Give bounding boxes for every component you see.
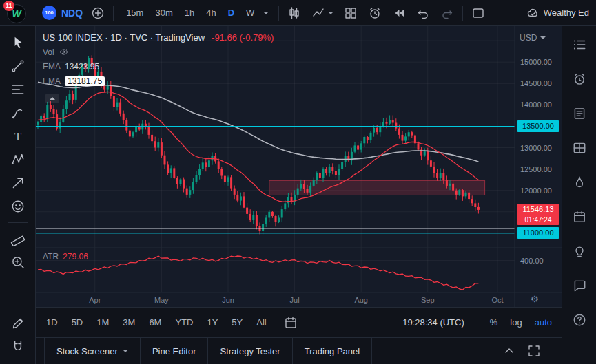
lightbulb-icon: [572, 244, 587, 259]
news-button[interactable]: [564, 96, 595, 131]
chart-column: AprMayJunJulAugSepOct15000.0014500.00140…: [36, 26, 562, 364]
interval-group: 15m 30m 1h 4h D W: [121, 5, 271, 21]
range-1y[interactable]: 1Y: [206, 316, 218, 329]
currency-selector[interactable]: USD: [520, 33, 546, 43]
price-change: -91.66 (-0.79%): [212, 32, 274, 43]
legend-collapse-button[interactable]: [45, 94, 59, 103]
cloud-save-status[interactable]: Wealthy Ed: [526, 6, 589, 20]
interval-1d[interactable]: D: [223, 5, 239, 21]
tab-trading-panel[interactable]: Trading Panel: [293, 338, 372, 364]
range-6m[interactable]: 6M: [148, 316, 162, 329]
public-chat-button[interactable]: [564, 268, 595, 303]
range-5y[interactable]: 5Y: [231, 316, 243, 329]
percent-scale-button[interactable]: %: [490, 317, 498, 328]
svg-text:Oct: Oct: [491, 296, 503, 304]
data-window-button[interactable]: [564, 131, 595, 165]
multichart-layout-button[interactable]: [342, 4, 360, 22]
tool-measure[interactable]: [5, 227, 31, 250]
create-alert-button[interactable]: [366, 4, 384, 22]
tool-cursor[interactable]: [5, 31, 31, 54]
help-button[interactable]: [564, 303, 595, 337]
chart-type-dropdown[interactable]: [309, 4, 336, 22]
user-menu[interactable]: W 11: [7, 3, 28, 23]
panel-collapse-chevron-icon[interactable]: [502, 344, 516, 358]
interval-1w[interactable]: W: [241, 5, 259, 21]
interval-dropdown[interactable]: [261, 10, 271, 17]
chevron-down-icon: [540, 36, 546, 39]
range-ytd[interactable]: YTD: [174, 316, 194, 329]
bar-replay-button[interactable]: [390, 4, 408, 22]
svg-text:Jun: Jun: [222, 296, 234, 304]
tab-label: Trading Panel: [305, 346, 360, 356]
svg-text:13000.00: 13000.00: [520, 144, 552, 152]
ideas-button[interactable]: [564, 234, 595, 268]
magnet-icon: [10, 339, 25, 354]
tab-label: Stock Screener: [56, 346, 118, 356]
utc-clock[interactable]: 19:28:34 (UTC): [402, 317, 464, 328]
separator: [278, 6, 279, 21]
chevron-down-icon: [263, 12, 269, 14]
separator: [8, 222, 28, 223]
svg-text:Aug: Aug: [354, 296, 368, 304]
interval-15m[interactable]: 15m: [121, 5, 148, 21]
svg-text:400.00: 400.00: [520, 257, 544, 265]
range-1d[interactable]: 1D: [45, 316, 59, 329]
notification-badge: 11: [3, 1, 14, 11]
chart-title[interactable]: US 100 INDEX · 1D · TVC · TradingView: [43, 32, 205, 43]
axis-settings-gear-icon[interactable]: ⚙: [531, 294, 539, 304]
go-to-date-button[interactable]: [284, 316, 298, 330]
svg-text:14000.00: 14000.00: [520, 100, 552, 109]
tool-trend-line[interactable]: [5, 54, 31, 78]
undo-button[interactable]: [414, 4, 432, 22]
range-5d[interactable]: 5D: [71, 316, 84, 329]
fullscreen-icon[interactable]: [527, 344, 541, 358]
compare-add-button[interactable]: [89, 4, 107, 22]
tool-zoom-in[interactable]: [5, 250, 31, 274]
right-sidebar: [562, 26, 596, 364]
tool-magnet[interactable]: [5, 335, 31, 358]
tool-draw[interactable]: [5, 312, 31, 335]
support-price-tag: 11000.00: [517, 227, 559, 239]
chevron-down-icon: [123, 350, 128, 352]
range-1m[interactable]: 1M: [96, 316, 110, 329]
alerts-button[interactable]: [564, 62, 595, 96]
range-all[interactable]: All: [256, 316, 267, 329]
tool-text[interactable]: T: [5, 125, 31, 148]
tool-xabcd-pattern[interactable]: [5, 148, 31, 171]
avatar-letter: W: [12, 8, 21, 19]
atr-label[interactable]: ATR: [43, 252, 59, 261]
tab-label: Pine Editor: [152, 346, 196, 356]
tab-strategy-tester[interactable]: Strategy Tester: [208, 338, 292, 364]
pencil-icon: [10, 316, 25, 331]
interval-30m[interactable]: 30m: [150, 5, 177, 21]
ruler-icon: [10, 231, 25, 246]
interval-1h[interactable]: 1h: [180, 5, 199, 21]
ema1-label[interactable]: EMA: [43, 62, 61, 72]
eye-hidden-icon[interactable]: [59, 47, 69, 56]
replay-icon: [392, 6, 406, 20]
volume-label[interactable]: Vol: [43, 47, 54, 57]
calendar-button[interactable]: [564, 200, 595, 234]
redo-button[interactable]: [438, 4, 456, 22]
symbol-search-button[interactable]: 100 NDQ: [42, 6, 83, 20]
tool-emoji[interactable]: [5, 195, 31, 218]
ema2-label[interactable]: EMA: [43, 76, 61, 86]
drawing-toolbar: T: [0, 26, 36, 364]
resistance-price-tag: 13500.00: [517, 120, 559, 132]
log-scale-button[interactable]: log: [510, 317, 522, 328]
interval-4h[interactable]: 4h: [201, 5, 220, 21]
tool-forecast[interactable]: [5, 171, 31, 195]
svg-text:12000.00: 12000.00: [520, 186, 552, 195]
save-layout-button[interactable]: [469, 4, 487, 22]
tab-pine-editor[interactable]: Pine Editor: [141, 338, 209, 364]
auto-scale-button[interactable]: auto: [535, 317, 552, 328]
tool-fib-retracement[interactable]: [5, 78, 31, 101]
tab-stock-screener[interactable]: Stock Screener: [44, 338, 141, 364]
atr-value: 279.06: [63, 252, 88, 261]
hotlists-button[interactable]: [564, 165, 595, 200]
watchlist-button[interactable]: [564, 28, 595, 62]
range-3m[interactable]: 3M: [122, 316, 136, 329]
chart-style-button[interactable]: [285, 4, 303, 22]
tool-brush[interactable]: [5, 101, 31, 125]
tradingview-app: W 11 100 NDQ 15m 30m 1h 4h D W: [0, 0, 596, 364]
